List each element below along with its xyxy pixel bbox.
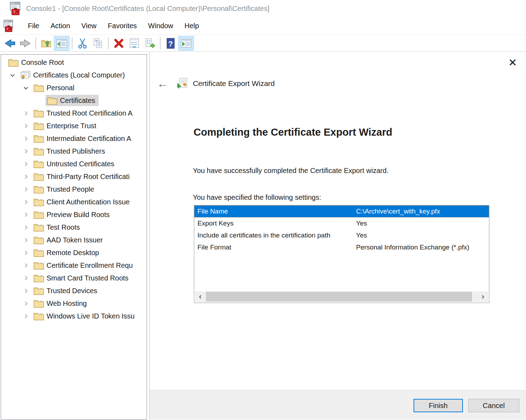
scroll-right-icon[interactable]: › (478, 291, 488, 302)
chevron-right-icon[interactable] (19, 284, 32, 297)
chevron-right-icon[interactable] (19, 196, 32, 208)
tree-item-certificates[interactable]: Certificates (1, 94, 147, 107)
tree-item-content[interactable]: Remote Desktop (32, 247, 103, 258)
scroll-left-icon[interactable]: ‹ (195, 291, 206, 302)
tree-item-smart-card-trusted-roots[interactable]: Smart Card Trusted Roots (1, 272, 147, 284)
up-one-level-icon[interactable] (38, 36, 54, 51)
show-console-tree-icon[interactable] (54, 36, 69, 51)
tree-item-web-hosting[interactable]: Web Hosting (1, 297, 147, 310)
tree-item-content[interactable]: Client Authentication Issue (32, 196, 133, 208)
tree-item-intermediate-certification-a[interactable]: Intermediate Certification A (1, 132, 147, 145)
folder-icon (33, 172, 45, 181)
tree-item-label: Preview Build Roots (47, 211, 110, 219)
chevron-right-icon[interactable] (19, 272, 32, 284)
tree-item-personal[interactable]: Personal (1, 81, 147, 94)
menu-view[interactable]: View (76, 19, 102, 33)
tree-item-content[interactable]: Smart Card Trusted Roots (32, 272, 132, 284)
settings-listbox[interactable]: File NameC:\Archive\cert_with_key.pfxExp… (194, 205, 489, 303)
tree-item-third-party-root-certificati[interactable]: Third-Party Root Certificati (1, 170, 147, 183)
tree-item-content[interactable]: Enterprise Trust (32, 120, 100, 131)
cancel-button[interactable]: Cancel (468, 399, 519, 412)
tree-item-content[interactable]: AAD Token Issuer (32, 234, 106, 246)
close-icon[interactable]: ✕ (506, 55, 520, 69)
menu-favorites[interactable]: Favorites (102, 19, 142, 33)
settings-row[interactable]: Include all certificates in the certific… (194, 229, 489, 241)
chevron-right-icon[interactable] (19, 158, 32, 170)
tree-item-content[interactable]: Trusted Devices (32, 285, 101, 296)
menu-help[interactable]: Help (179, 19, 204, 33)
mmc-console-icon (9, 1, 22, 16)
tree-item-test-roots[interactable]: Test Roots (1, 221, 147, 234)
forward-arrow-icon[interactable] (18, 36, 33, 51)
tree-item-windows-live-id-token-issu[interactable]: Windows Live ID Token Issu (1, 310, 147, 322)
tree-item-certificates-local-computer[interactable]: Certificates (Local Computer) (1, 69, 147, 81)
tree-item-untrusted-certificates[interactable]: Untrusted Certificates (1, 158, 147, 170)
menu-window[interactable]: Window (142, 19, 179, 33)
tree-item-content[interactable]: Test Roots (32, 222, 83, 233)
show-action-pane-icon[interactable] (178, 36, 194, 51)
chevron-right-icon[interactable] (19, 107, 32, 119)
tree-item-content[interactable]: Console Root (7, 57, 67, 68)
properties-icon[interactable] (127, 36, 142, 51)
tree-item-content[interactable]: Intermediate Certification A (32, 133, 135, 144)
finish-button[interactable]: Finish (414, 399, 463, 412)
tree-item-content[interactable]: Preview Build Roots (32, 209, 113, 220)
tree-item-label: Trusted Devices (47, 287, 97, 295)
tree-item-client-authentication-issue[interactable]: Client Authentication Issue (1, 196, 147, 208)
back-arrow-icon[interactable]: ← (155, 77, 170, 90)
delete-icon[interactable] (111, 36, 127, 51)
tree-item-content[interactable]: Personal (32, 82, 78, 93)
chevron-right-icon[interactable] (19, 119, 32, 132)
chevron-right-icon[interactable] (19, 170, 32, 183)
chevron-right-icon[interactable] (19, 259, 32, 272)
folder-icon (7, 57, 19, 67)
tree-item-content[interactable]: Certificates (Local Computer) (19, 69, 128, 81)
chevron-right-icon[interactable] (19, 310, 32, 322)
menu-file[interactable]: File (22, 19, 45, 33)
tree-item-content[interactable]: Trusted People (32, 184, 98, 195)
settings-row[interactable]: File NameC:\Archive\cert_with_key.pfx (194, 205, 489, 217)
back-arrow-icon[interactable] (2, 36, 18, 51)
tree-item-preview-build-roots[interactable]: Preview Build Roots (1, 208, 147, 221)
tree-item-remote-desktop[interactable]: Remote Desktop (1, 246, 147, 259)
tree-item-trusted-people[interactable]: Trusted People (1, 183, 147, 196)
tree-item-content[interactable]: Certificates (45, 95, 99, 106)
scrollbar-thumb[interactable] (206, 292, 472, 302)
tree-item-content[interactable]: Trusted Root Certification A (32, 107, 136, 119)
chevron-right-icon[interactable] (19, 132, 32, 145)
chevron-right-icon[interactable] (19, 246, 32, 259)
folder-icon (46, 95, 58, 105)
tree-item-certificate-enrollment-requ[interactable]: Certificate Enrollment Requ (1, 259, 147, 272)
tree-item-enterprise-trust[interactable]: Enterprise Trust (1, 119, 147, 132)
tree-item-console-root[interactable]: Console Root (1, 56, 147, 69)
tree-item-trusted-root-certification-a[interactable]: Trusted Root Certification A (1, 107, 147, 119)
chevron-down-icon[interactable] (6, 69, 19, 81)
tree-item-content[interactable]: Third-Party Root Certificati (32, 171, 133, 182)
chevron-right-icon[interactable] (19, 234, 32, 246)
tree-item-trusted-devices[interactable]: Trusted Devices (1, 284, 147, 297)
tree-item-content[interactable]: Web Hosting (32, 298, 90, 309)
tree-item-content[interactable]: Certificate Enrollment Requ (32, 260, 136, 271)
tree-item-content[interactable]: Windows Live ID Token Issu (32, 310, 138, 322)
menu-action[interactable]: Action (45, 19, 76, 33)
chevron-right-icon[interactable] (19, 297, 32, 310)
chevron-right-icon[interactable] (19, 221, 32, 234)
tree-item-content[interactable]: Untrusted Certificates (32, 158, 118, 169)
horizontal-scrollbar[interactable]: ‹ › (195, 291, 488, 302)
settings-row[interactable]: File FormatPersonal Information Exchange… (194, 241, 489, 253)
tree-item-content[interactable]: Trusted Publishers (32, 146, 109, 157)
export-list-icon[interactable] (142, 36, 158, 51)
help-icon[interactable]: ? (163, 36, 178, 51)
folder-icon (33, 121, 45, 131)
tree-item-label: Untrusted Certificates (47, 160, 114, 168)
tree-item-trusted-publishers[interactable]: Trusted Publishers (1, 145, 147, 158)
chevron-down-icon[interactable] (19, 81, 32, 94)
chevron-right-icon[interactable] (19, 208, 32, 221)
copy-icon[interactable] (90, 36, 106, 51)
settings-row[interactable]: Export KeysYes (194, 217, 489, 229)
cut-icon[interactable] (75, 36, 90, 51)
chevron-right-icon[interactable] (19, 145, 32, 158)
scrollbar-track[interactable] (206, 291, 478, 302)
chevron-right-icon[interactable] (19, 183, 32, 196)
tree-item-aad-token-issuer[interactable]: AAD Token Issuer (1, 234, 147, 246)
